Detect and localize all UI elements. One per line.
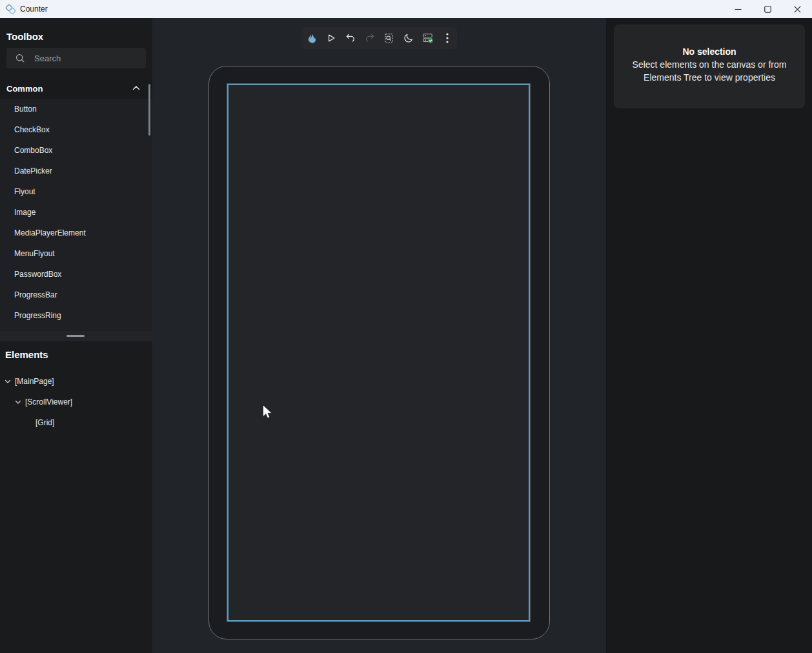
kebab-menu-icon [442, 32, 452, 44]
tree-node-label: [Grid] [36, 418, 54, 427]
no-selection-title: No selection [622, 46, 797, 57]
undo-icon [345, 32, 356, 44]
search-input[interactable] [34, 54, 137, 63]
toolbox-item-mediaplayerelement[interactable]: MediaPlayerElement [0, 223, 152, 243]
toolbox-item-checkbox[interactable]: CheckBox [0, 119, 152, 140]
properties-panel: No selection Select elements on the canv… [606, 18, 812, 653]
window-title: Counter [20, 0, 48, 18]
toolbox-item-button[interactable]: Button [0, 99, 152, 119]
toolbox-item-datepicker[interactable]: DatePicker [0, 161, 152, 181]
hot-reload-flame-button[interactable] [302, 27, 321, 49]
chevron-down-icon[interactable] [4, 377, 12, 385]
chevron-down-icon[interactable] [14, 398, 22, 406]
more-options-button[interactable] [438, 27, 457, 49]
toolbox-item-flyout[interactable]: Flyout [0, 181, 152, 202]
theme-toggle-button[interactable] [399, 27, 418, 49]
undo-button[interactable] [341, 27, 360, 49]
design-surface[interactable] [227, 84, 530, 621]
device-frame [208, 66, 550, 639]
toolbox-item-combobox[interactable]: ComboBox [0, 140, 152, 161]
toolbox-item-progressring[interactable]: ProgressRing [0, 305, 152, 326]
tree-node-mainpage[interactable]: [MainPage] [0, 371, 152, 392]
design-toolbar [301, 27, 457, 49]
toolbox-item-progressbar[interactable]: ProgressBar [0, 285, 152, 305]
app-logo-icon [5, 4, 16, 15]
minimize-button[interactable] [723, 0, 753, 18]
moon-icon [403, 32, 414, 44]
elements-tree: [MainPage] [ScrollViewer] [Grid] [0, 371, 152, 433]
tree-node-scrollviewer[interactable]: [ScrollViewer] [0, 392, 152, 412]
mouse-cursor-icon [262, 404, 274, 421]
zoom-selection-icon [383, 32, 395, 45]
tree-node-label: [ScrollViewer] [25, 397, 72, 407]
no-selection-card: No selection Select elements on the canv… [614, 25, 805, 108]
play-icon [325, 32, 337, 44]
toolbox-item-image[interactable]: Image [0, 202, 152, 223]
titlebar: Counter [0, 0, 812, 18]
toolbox-item-passwordbox[interactable]: PasswordBox [0, 264, 152, 285]
toolbox-section-common[interactable]: Common [0, 79, 152, 99]
validation-button[interactable] [418, 27, 438, 49]
tree-node-label: [MainPage] [15, 377, 54, 386]
close-button[interactable] [782, 0, 812, 18]
app-window: Counter Toolbox Common [0, 0, 812, 653]
toolbox-search[interactable] [6, 48, 146, 68]
toolbox-list: Button CheckBox ComboBox DatePicker Flyo… [0, 99, 152, 331]
flame-icon [305, 32, 318, 45]
redo-button[interactable] [360, 27, 380, 49]
design-canvas-area[interactable] [152, 18, 606, 653]
elements-title: Elements [5, 349, 48, 360]
panel-splitter[interactable] [0, 331, 152, 341]
window-controls [723, 0, 812, 18]
toolbox-scrollbar[interactable] [148, 84, 150, 136]
toolbox-title: Toolbox [6, 31, 43, 42]
toolbox-item-menuflyout[interactable]: MenuFlyout [0, 243, 152, 264]
redo-icon [364, 32, 376, 44]
maximize-button[interactable] [753, 0, 782, 18]
left-sidebar: Toolbox Common Button CheckBox ComboBox … [0, 18, 152, 653]
search-icon [15, 54, 25, 63]
chevron-up-icon[interactable] [132, 85, 140, 90]
zoom-to-selection-button[interactable] [380, 27, 399, 49]
section-label: Common [6, 84, 43, 94]
tree-node-grid[interactable]: [Grid] [0, 412, 152, 433]
play-button[interactable] [321, 27, 341, 49]
no-selection-hint: Select elements on the canvas or from El… [622, 58, 797, 84]
splitter-grip-icon [66, 335, 85, 337]
checklist-icon [421, 32, 434, 45]
